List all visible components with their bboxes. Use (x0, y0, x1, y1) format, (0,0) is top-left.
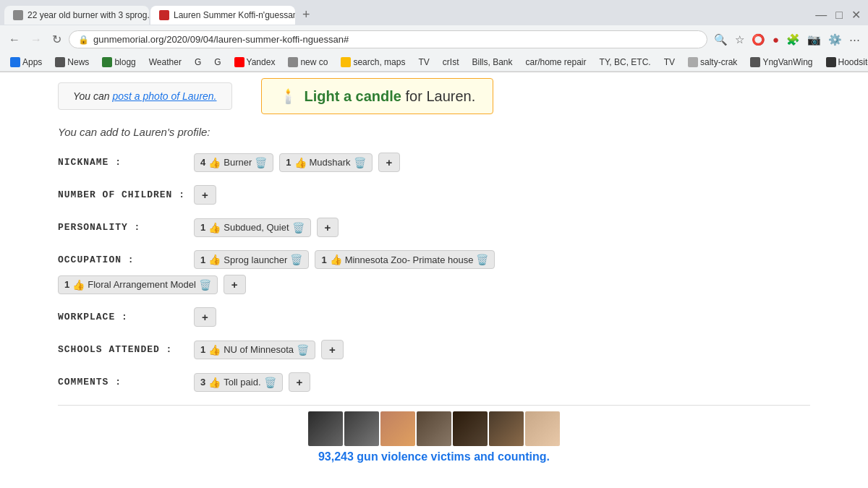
new-tab-button[interactable]: + (297, 4, 316, 25)
subdued-vote-count: 1 (200, 222, 205, 233)
schools-attended-row: SCHOOLS ATTENDED : 1 👍 NU of Minnesota 🗑… (58, 340, 810, 359)
bookmark-yandex[interactable]: Yandex (230, 56, 280, 69)
profile-icon-2[interactable]: ● (770, 31, 781, 48)
minimize-button[interactable]: — (812, 5, 830, 25)
bookmark-blogg[interactable]: blogg (98, 56, 140, 69)
occupation-tag-sprog[interactable]: 1 👍 Sprog launcher 🗑️ (194, 250, 309, 269)
post-photo-link[interactable]: post a photo of Lauren. (113, 90, 217, 102)
burner-text: Burner (224, 157, 252, 168)
refresh-button[interactable]: ↻ (49, 30, 64, 49)
bookmark-g1[interactable]: G (190, 56, 205, 69)
bookmark-hoodsite-label: Hoodsite | Uncenso... (838, 57, 868, 67)
zoo-delete-icon: 🗑️ (476, 254, 488, 265)
bookmark-apps[interactable]: Apps (6, 56, 46, 69)
victims-photos (308, 411, 560, 446)
bookmarks-bar: Apps News blogg Weather G G Yandex new c… (0, 53, 868, 72)
floral-text: Floral Arrangement Model (88, 279, 196, 290)
bookmark-newco-label: new co (300, 57, 328, 67)
toll-vote-count: 3 (200, 377, 205, 388)
victim-photo-3 (380, 411, 415, 446)
tab-1[interactable]: 22 year old burner with 3 sprog... ✕ (4, 6, 149, 25)
comments-tag-toll[interactable]: 3 👍 Toll paid. 🗑️ (194, 373, 283, 392)
bookmark-weather[interactable]: Weather (145, 56, 186, 69)
search-nav-icon[interactable]: 🔍 (712, 31, 730, 48)
subdued-text: Subdued, Quiet (224, 222, 289, 233)
nickname-tag-mudshark[interactable]: 1 👍 Mudshark 🗑️ (279, 153, 372, 172)
nu-delete-icon: 🗑️ (297, 344, 309, 356)
camera-icon[interactable]: 📷 (805, 31, 823, 48)
tab-2-favicon (159, 10, 169, 20)
mudshark-thumb-icon: 👍 (294, 157, 307, 168)
occupation-tag-floral[interactable]: 1 👍 Floral Arrangement Model 🗑️ (58, 275, 218, 294)
tab-1-favicon (13, 10, 23, 20)
bookmark-car[interactable]: car/home repair (522, 56, 591, 69)
workplace-row: WORKPLACE : + (58, 307, 810, 327)
maximize-button[interactable]: □ (833, 5, 846, 25)
bookmark-tv1-label: TV (418, 57, 429, 67)
candle-suffix: for Lauren. (401, 88, 475, 104)
floral-thumb-icon: 👍 (72, 279, 85, 291)
bookmark-search-maps-label: search, maps (353, 57, 405, 67)
schools-add-button[interactable]: + (321, 340, 344, 359)
schools-tag-nu[interactable]: 1 👍 NU of Minnesota 🗑️ (194, 341, 315, 359)
forward-button[interactable]: → (27, 30, 45, 49)
bookmark-bills[interactable]: Bills, Bank (467, 56, 516, 69)
bookmark-g2[interactable]: G (210, 56, 225, 69)
bookmark-saltycrak[interactable]: salty-crak (684, 56, 741, 69)
workplace-add-button[interactable]: + (194, 307, 216, 327)
toll-text: Toll paid. (224, 377, 260, 388)
candle-link[interactable]: Light a candle (305, 88, 401, 104)
news-icon (55, 57, 65, 67)
bookmark-crist[interactable]: crIst (438, 56, 464, 69)
occupation-tag-zoo[interactable]: 1 👍 Minnesota Zoo- Primate house 🗑️ (315, 250, 495, 269)
blogg-icon (102, 57, 112, 67)
address-bar[interactable]: 🔒 gunmemorial.org/2020/09/04/lauren-summ… (69, 30, 707, 48)
navigation-bar: ← → ↻ 🔒 gunmemorial.org/2020/09/04/laure… (0, 25, 868, 53)
bookmark-hoodsite[interactable]: Hoodsite | Uncenso... (822, 56, 868, 69)
bookmark-tv2[interactable]: TV (660, 56, 679, 69)
occupation-add-button[interactable]: + (224, 275, 246, 294)
bookmark-ty-label: TY, BC, ETC. (600, 57, 651, 67)
victim-photo-6 (489, 411, 524, 446)
occupation-row: OCCUPATION : 1 👍 Sprog launcher 🗑️ 1 👍 M… (58, 250, 810, 269)
zoo-text: Minnesota Zoo- Primate house (345, 254, 474, 265)
victim-photo-5 (453, 411, 488, 446)
tab-2[interactable]: Lauren Summer Koffi-n'guessan... ✕ (150, 6, 295, 25)
mudshark-text: Mudshark (310, 157, 351, 168)
victim-photo-1 (308, 411, 343, 446)
burner-vote-count: 4 (200, 157, 205, 168)
personality-tag-subdued[interactable]: 1 👍 Subdued, Quiet 🗑️ (194, 218, 311, 237)
more-icon[interactable]: ⋯ (847, 31, 862, 48)
close-window-button[interactable]: ✕ (848, 5, 864, 25)
bookmark-yngvanwing[interactable]: YngVanWing (746, 56, 817, 69)
comments-add-button[interactable]: + (289, 372, 311, 392)
yngvanwing-icon (750, 57, 760, 67)
nickname-add-button[interactable]: + (378, 153, 401, 172)
subdued-delete-icon: 🗑️ (292, 222, 305, 234)
back-button[interactable]: ← (6, 30, 23, 49)
number-of-children-row: NUMBER OF CHILDREN : + (58, 185, 810, 205)
settings-icon[interactable]: ⚙️ (826, 31, 844, 48)
bookmark-g2-label: G (214, 57, 221, 67)
victim-photo-4 (417, 411, 451, 446)
number-of-children-add-button[interactable]: + (194, 185, 216, 205)
bookmark-apps-label: Apps (22, 57, 42, 67)
search-maps-icon (341, 57, 351, 67)
extensions-icon[interactable]: 🧩 (784, 31, 802, 48)
bookmark-newco[interactable]: new co (284, 56, 332, 69)
victim-photo-2 (344, 411, 379, 446)
nu-vote-count: 1 (200, 344, 205, 355)
profile-icon-1[interactable]: ⭕ (749, 31, 767, 48)
bookmark-news[interactable]: News (51, 56, 93, 69)
personality-label: PERSONALITY : (58, 222, 188, 233)
bookmark-tv1[interactable]: TV (414, 56, 433, 69)
apps-icon (10, 57, 20, 67)
bookmark-search-maps[interactable]: search, maps (336, 56, 409, 69)
personality-add-button[interactable]: + (317, 218, 339, 237)
nickname-tag-burner[interactable]: 4 👍 Burner 🗑️ (194, 153, 273, 172)
workplace-label: WORKPLACE : (58, 312, 188, 322)
occupation-label: OCCUPATION : (58, 254, 188, 265)
bookmark-icon[interactable]: ☆ (733, 31, 746, 48)
tab-1-label: 22 year old burner with 3 sprog... (27, 10, 149, 20)
bookmark-ty[interactable]: TY, BC, ETC. (595, 56, 655, 69)
